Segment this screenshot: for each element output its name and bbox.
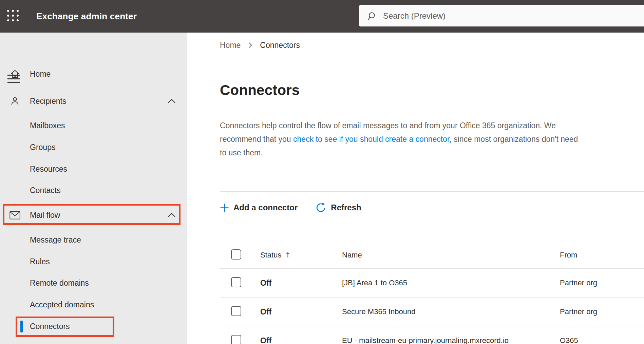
select-all-checkbox[interactable]	[231, 249, 241, 260]
sidebar-item-resources[interactable]: Resources	[0, 158, 187, 180]
refresh-icon	[315, 202, 326, 213]
row-checkbox[interactable]	[231, 306, 241, 316]
row-checkbox[interactable]	[231, 277, 241, 287]
sidebar: Home Recipients Mailboxes Groups Resourc…	[0, 33, 187, 344]
selected-indicator	[20, 321, 23, 332]
row-from: O365	[560, 336, 644, 344]
row-status: Off	[260, 336, 342, 344]
row-checkbox[interactable]	[231, 335, 241, 344]
sidebar-item-remote-domains[interactable]: Remote domains	[0, 272, 187, 294]
sidebar-item-home[interactable]: Home	[0, 63, 187, 85]
row-status: Off	[260, 279, 342, 288]
sidebar-item-contacts[interactable]: Contacts	[0, 179, 187, 201]
create-connector-link[interactable]: check to see if you should create a conn…	[293, 135, 452, 144]
search-icon	[367, 11, 377, 21]
search-input[interactable]	[383, 11, 644, 21]
global-search[interactable]	[359, 5, 644, 26]
table-row[interactable]: Off Secure M365 Inbound Partner org	[220, 298, 644, 326]
column-header-name[interactable]: Name	[342, 251, 560, 260]
column-header-from[interactable]: From	[560, 251, 644, 260]
annotation-box-connectors	[16, 317, 114, 337]
chevron-up-icon[interactable]	[168, 98, 176, 104]
breadcrumb-current: Connectors	[260, 41, 300, 50]
row-name: Secure M365 Inbound	[342, 307, 560, 316]
table-row[interactable]: Off EU - mailstream-eu-primary.journalin…	[220, 326, 644, 344]
breadcrumb: Home Connectors	[220, 40, 300, 50]
plus-icon	[220, 203, 229, 212]
sort-ascending-icon: ↑	[285, 251, 291, 259]
topbar: Exchange admin center	[0, 0, 644, 33]
sidebar-item-mailboxes[interactable]: Mailboxes	[0, 115, 187, 136]
row-status: Off	[260, 307, 342, 317]
sidebar-item-groups[interactable]: Groups	[0, 136, 187, 158]
row-name: [JB] Area 1 to O365	[342, 279, 560, 287]
person-icon	[9, 95, 21, 107]
main-content: Home Connectors Connectors Connectors he…	[187, 33, 644, 344]
refresh-button[interactable]: Refresh	[315, 202, 361, 213]
row-name: EU - mailstream-eu-primary.journaling.mx…	[342, 336, 560, 344]
sidebar-item-recipients[interactable]: Recipients	[0, 90, 187, 112]
app-launcher-icon[interactable]	[7, 10, 20, 23]
chevron-right-icon	[248, 42, 252, 48]
column-header-status[interactable]: Status ↑	[260, 251, 342, 260]
sidebar-item-accepted-domains[interactable]: Accepted domains	[0, 294, 187, 316]
page-title: Connectors	[220, 82, 300, 98]
row-from: Partner org	[560, 279, 644, 287]
sidebar-item-message-trace[interactable]: Message trace	[0, 229, 187, 251]
annotation-box-mail-flow	[3, 204, 181, 225]
page-description: Connectors help control the flow of emai…	[220, 119, 579, 159]
toolbar: Add a connector Refresh	[220, 199, 361, 216]
breadcrumb-home[interactable]: Home	[220, 41, 241, 50]
row-from: Partner org	[560, 307, 644, 316]
add-connector-button[interactable]: Add a connector	[220, 203, 298, 212]
table-row[interactable]: Off [JB] Area 1 to O365 Partner org	[220, 269, 644, 298]
toolbar-divider	[220, 191, 644, 192]
sidebar-item-rules[interactable]: Rules	[0, 251, 187, 272]
app-title: Exchange admin center	[36, 11, 137, 22]
table-header: Status ↑ Name From	[220, 242, 644, 269]
home-icon	[9, 68, 21, 80]
